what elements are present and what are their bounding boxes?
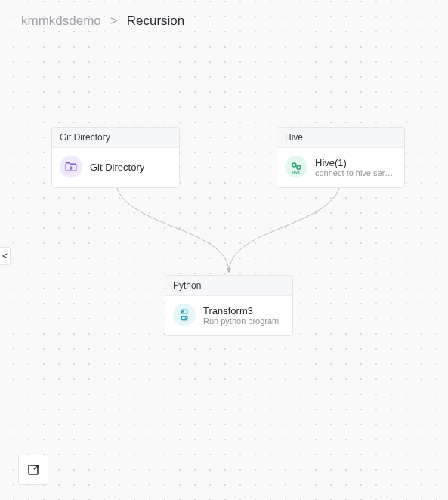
node-title: Hive(1)	[315, 157, 397, 168]
node-subtitle: connect to hive serve...	[315, 168, 397, 177]
edge-git-to-python	[116, 179, 229, 272]
node-body: Transform3 Run python program	[165, 296, 292, 335]
node-python[interactable]: Python Transform3 Run python program	[165, 275, 293, 336]
breadcrumb-separator: >	[110, 14, 118, 29]
edge-hive-to-python	[229, 179, 341, 272]
chevron-left-icon: <	[2, 251, 8, 261]
hive-icon: HIVE	[285, 156, 307, 178]
python-icon	[173, 304, 196, 326]
breadcrumb: kmmkdsdemo > Recursion	[21, 14, 184, 29]
edges-layer	[0, 0, 448, 500]
node-title: Git Directory	[90, 162, 144, 173]
node-header: Git Directory	[52, 128, 179, 148]
breadcrumb-current: Recursion	[127, 14, 185, 29]
node-subtitle: Run python program	[203, 316, 279, 326]
node-header: Hive	[277, 128, 404, 148]
node-body: HIVE Hive(1) connect to hive serve...	[277, 148, 404, 187]
node-git-directory[interactable]: Git Directory Git Directory	[51, 127, 180, 188]
svg-point-1	[297, 165, 301, 169]
expand-icon	[26, 463, 40, 477]
breadcrumb-root[interactable]: kmmkdsdemo	[21, 14, 101, 29]
svg-text:HIVE: HIVE	[292, 171, 300, 174]
svg-point-4	[185, 318, 186, 319]
workflow-canvas[interactable]: Git Directory Git Directory Hive HIVE	[0, 0, 448, 500]
fullscreen-button[interactable]	[18, 455, 48, 485]
node-hive[interactable]: Hive HIVE Hive(1) connect to hive serve.…	[277, 127, 405, 188]
node-header: Python	[165, 276, 292, 296]
node-body: Git Directory	[52, 148, 179, 187]
svg-point-3	[183, 311, 184, 312]
svg-point-0	[292, 163, 296, 167]
node-title: Transform3	[203, 305, 279, 316]
collapse-panel-button[interactable]: <	[0, 247, 11, 265]
git-folder-icon	[60, 156, 82, 178]
